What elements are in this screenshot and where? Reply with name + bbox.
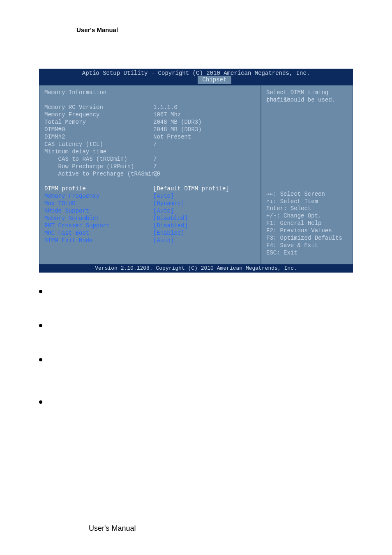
bullet-item bbox=[39, 356, 353, 361]
bios-main-panel: Memory Information Memory RC Version 1.1… bbox=[39, 85, 261, 264]
help-keys: →←: Select Screen ↑↓: Select Item Enter:… bbox=[266, 190, 348, 257]
info-row: DIMM#0 2048 MB (DDR3) bbox=[44, 126, 256, 133]
help-key-row: F2: Previous Values bbox=[266, 227, 348, 234]
bullet-dot-icon bbox=[39, 358, 42, 361]
bullet-dot-icon bbox=[39, 400, 42, 404]
setting-row[interactable]: MRC Fast Boot [Enabled] bbox=[44, 229, 256, 237]
setting-row[interactable]: Memory Frequency [Auto] bbox=[44, 192, 256, 200]
bios-footer: Version 2.10.1208. Copyright (C) 2010 Am… bbox=[39, 264, 353, 273]
setting-row[interactable]: DIMM Exit Mode [Auto] bbox=[44, 237, 256, 244]
help-key-row: +/-: Change Opt. bbox=[266, 212, 348, 220]
setting-row[interactable]: RMT Crosser Support [Disabled] bbox=[44, 222, 256, 229]
help-key-row: F3: Optimized Defaults bbox=[266, 234, 348, 242]
bullet-item bbox=[39, 288, 353, 293]
setting-row-dimm-profile[interactable]: DIMM profile [Default DIMM profile] bbox=[44, 185, 256, 192]
setting-row[interactable]: NMode Support [Auto] bbox=[44, 207, 256, 215]
info-row: Memory RC Version 1.1.1.0 bbox=[44, 104, 256, 111]
bullet-item bbox=[39, 322, 353, 327]
help-key-row: ↑↓: Select Item bbox=[266, 197, 348, 205]
help-key-row: Enter: Select bbox=[266, 205, 348, 212]
bios-tab-chipset: Chipset bbox=[198, 76, 232, 84]
help-description: Select DIMM timing profile that should b… bbox=[266, 89, 348, 104]
info-row: DIMM#2 Not Present bbox=[44, 133, 256, 141]
bios-help-panel: Select DIMM timing profile that should b… bbox=[261, 85, 353, 264]
info-row: Active to Precharge (tRASmin) 20 bbox=[44, 170, 256, 178]
bios-body: Memory Information Memory RC Version 1.1… bbox=[39, 85, 353, 264]
doc-header: User's Manual bbox=[76, 26, 118, 33]
help-key-row: →←: Select Screen bbox=[266, 190, 348, 197]
bullet-dot-icon bbox=[39, 324, 42, 327]
bios-title: Aptio Setup Utility - Copyright (C) 2010… bbox=[39, 70, 353, 76]
help-key-row: F4: Save & Exit bbox=[266, 242, 348, 249]
bullet-dot-icon bbox=[39, 290, 42, 293]
setting-row[interactable]: Max TOLUD [Dynamic] bbox=[44, 200, 256, 207]
info-row: Total Memory 2048 MB (DDR3) bbox=[44, 118, 256, 126]
setting-row[interactable]: Memory Scrambler [Disabled] bbox=[44, 215, 256, 222]
bullets-section bbox=[39, 288, 353, 432]
bullet-item bbox=[39, 398, 353, 404]
info-row: Row Precharge (tRPmin) 7 bbox=[44, 163, 256, 170]
bios-title-bar: Aptio Setup Utility - Copyright (C) 2010… bbox=[39, 69, 353, 85]
info-row: Memory Frequency 1067 Mhz bbox=[44, 111, 256, 118]
section-title: Memory Information bbox=[44, 89, 256, 96]
info-row: CAS Latency (tCL) 7 bbox=[44, 141, 256, 148]
doc-footer: User's Manual bbox=[89, 524, 136, 533]
info-row: Minimum delay time bbox=[44, 148, 256, 155]
help-key-row: ESC: Exit bbox=[266, 249, 348, 257]
info-row: CAS to RAS (tRCDmin) 7 bbox=[44, 155, 256, 163]
help-key-row: F1: General Help bbox=[266, 220, 348, 227]
bios-screenshot: Aptio Setup Utility - Copyright (C) 2010… bbox=[39, 69, 353, 281]
